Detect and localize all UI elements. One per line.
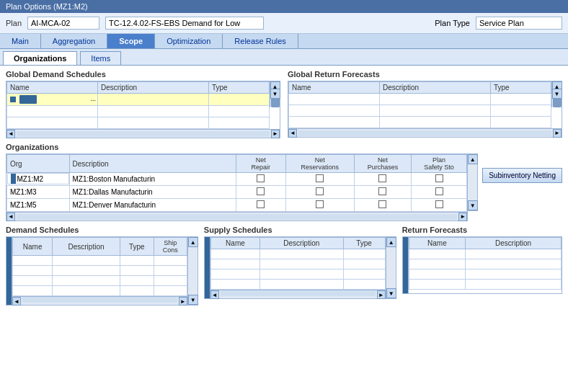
- plan-input[interactable]: [27, 17, 99, 30]
- orgs-hscroll-track[interactable]: [17, 214, 457, 220]
- orgs-r1-net-reservations[interactable]: [285, 173, 354, 186]
- orgs-r1-net-repair[interactable]: [236, 173, 285, 186]
- rf-r2-c1[interactable]: [409, 259, 465, 270]
- gds-r1-name[interactable]: ...: [7, 94, 98, 106]
- grf-hscroll-track[interactable]: [298, 130, 551, 136]
- rf-r4-c1[interactable]: [409, 280, 465, 290]
- dots-button[interactable]: ...: [90, 95, 96, 102]
- grf-hscroll-right[interactable]: ►: [553, 129, 562, 138]
- plan-description-input[interactable]: [105, 17, 264, 30]
- orgs-scroll-down[interactable]: ▼: [468, 200, 478, 210]
- orgs-hscroll-left[interactable]: ◄: [6, 213, 15, 221]
- gds-r3-type[interactable]: [209, 117, 270, 129]
- tab-aggregation[interactable]: Aggregation: [41, 34, 107, 48]
- ds-r1-c1[interactable]: [13, 256, 53, 266]
- grf-r2-name[interactable]: [289, 105, 380, 117]
- orgs-r3-net-repair[interactable]: [236, 199, 285, 212]
- rf-r3-c2[interactable]: [466, 270, 562, 280]
- ds-scroll-down[interactable]: ▼: [188, 295, 198, 305]
- gds-r2-type[interactable]: [209, 106, 270, 117]
- gds-hscroll-right[interactable]: ►: [271, 130, 280, 138]
- ss-scroll-up[interactable]: ▲: [386, 237, 396, 247]
- rf-r1-c2[interactable]: [466, 249, 562, 259]
- ss-hscroll-left[interactable]: ◄: [210, 290, 219, 299]
- ss-hscroll-track[interactable]: [221, 290, 376, 296]
- ds-r2-c4[interactable]: [154, 266, 187, 276]
- orgs-hscroll-right[interactable]: ►: [458, 213, 467, 221]
- gds-r3-desc[interactable]: [98, 117, 209, 129]
- sub-tab-organizations[interactable]: Organizations: [3, 51, 77, 65]
- sub-tab-items[interactable]: Items: [80, 51, 121, 65]
- plan-type-input[interactable]: [476, 17, 562, 30]
- gds-scroll-down[interactable]: ▼: [270, 89, 280, 99]
- grf-scroll-down[interactable]: ▼: [552, 89, 562, 99]
- rf-r2-c2[interactable]: [466, 259, 562, 270]
- tab-scope[interactable]: Scope: [107, 34, 155, 48]
- orgs-r3-plan-safety[interactable]: [412, 199, 467, 212]
- gds-hscroll-left[interactable]: ◄: [6, 130, 15, 138]
- ds-r4-c1[interactable]: [13, 286, 53, 296]
- orgs-r2-net-repair[interactable]: [236, 186, 285, 199]
- grf-r1-type[interactable]: [491, 94, 551, 105]
- ss-r3-c3[interactable]: [343, 270, 385, 280]
- tab-release-rules[interactable]: Release Rules: [223, 34, 298, 48]
- ds-r2-c2[interactable]: [53, 266, 120, 276]
- ds-r4-c3[interactable]: [120, 286, 154, 296]
- orgs-r2-net-reservations[interactable]: [285, 186, 354, 199]
- ds-r2-c3[interactable]: [120, 266, 154, 276]
- ss-hscroll-right[interactable]: ►: [377, 290, 386, 299]
- gds-hscroll-track[interactable]: [17, 131, 270, 137]
- ds-r4-c2[interactable]: [53, 286, 120, 296]
- ds-r3-c2[interactable]: [53, 276, 120, 286]
- ds-hscroll-left[interactable]: ◄: [12, 297, 21, 306]
- grf-r2-type[interactable]: [491, 105, 551, 117]
- gds-r2-name[interactable]: [7, 106, 98, 117]
- grf-hscroll-left[interactable]: ◄: [288, 129, 297, 138]
- ds-r1-c4[interactable]: [154, 256, 187, 266]
- orgs-scroll-up[interactable]: ▲: [468, 154, 478, 164]
- grf-r2-desc[interactable]: [380, 105, 491, 117]
- tab-main[interactable]: Main: [0, 34, 41, 48]
- ds-r2-c1[interactable]: [13, 266, 53, 276]
- gds-r1-type[interactable]: [209, 94, 270, 106]
- ds-r3-c4[interactable]: [154, 276, 187, 286]
- grf-r3-type[interactable]: [491, 117, 551, 128]
- orgs-r2-net-purchases[interactable]: [354, 186, 411, 199]
- ds-r3-c1[interactable]: [13, 276, 53, 286]
- rf-r1-c1[interactable]: [409, 249, 465, 259]
- ds-scroll-up[interactable]: ▲: [188, 237, 198, 247]
- gds-r3-name[interactable]: [7, 117, 98, 129]
- gds-r1-desc[interactable]: [98, 94, 209, 106]
- ss-r4-c3[interactable]: [343, 280, 385, 290]
- ss-r1-c2[interactable]: [260, 249, 344, 259]
- orgs-r3-net-purchases[interactable]: [354, 199, 411, 212]
- ss-r1-c1[interactable]: [210, 249, 259, 259]
- orgs-r2-plan-safety[interactable]: [412, 186, 467, 199]
- grf-r3-desc[interactable]: [380, 117, 491, 128]
- ss-r3-c2[interactable]: [260, 270, 344, 280]
- rf-r3-c1[interactable]: [409, 270, 465, 280]
- ds-r1-c2[interactable]: [53, 256, 120, 266]
- ds-r3-c3[interactable]: [120, 276, 154, 286]
- grf-r1-name[interactable]: [289, 94, 380, 105]
- ss-r3-c1[interactable]: [210, 270, 259, 280]
- grf-r1-desc[interactable]: [380, 94, 491, 105]
- grf-r3-name[interactable]: [289, 117, 380, 128]
- ss-scroll-down[interactable]: ▼: [386, 288, 396, 298]
- ss-r2-c1[interactable]: [210, 259, 259, 270]
- ds-hscroll-track[interactable]: [22, 297, 177, 303]
- ds-r4-c4[interactable]: [154, 286, 187, 296]
- orgs-r1-net-purchases[interactable]: [354, 173, 411, 186]
- ds-r1-c3[interactable]: [120, 256, 154, 266]
- gds-r2-desc[interactable]: [98, 106, 209, 117]
- rf-r4-c2[interactable]: [466, 280, 562, 290]
- tab-optimization[interactable]: Optimization: [155, 34, 223, 48]
- ss-r2-c3[interactable]: [343, 259, 385, 270]
- ss-r4-c1[interactable]: [210, 280, 259, 290]
- orgs-r1-plan-safety[interactable]: [412, 173, 467, 186]
- subinventory-netting-button[interactable]: Subinventory Netting: [482, 168, 562, 183]
- ss-r2-c2[interactable]: [260, 259, 344, 270]
- ss-r1-c3[interactable]: [343, 249, 385, 259]
- ss-r4-c2[interactable]: [260, 280, 344, 290]
- ds-hscroll-right[interactable]: ►: [179, 297, 187, 306]
